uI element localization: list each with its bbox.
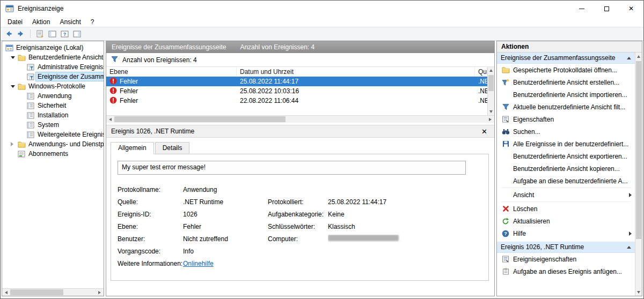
action-attach-task-to-view[interactable]: Aufgabe an diese benutzerdefinierte A...	[497, 175, 635, 187]
event-row-1[interactable]: Fehler 25.08.2022 11:44:17 .NET R	[106, 77, 487, 86]
scroll-left-icon[interactable]	[2, 289, 10, 296]
tree-item-label: Administrative Ereignisse	[36, 63, 104, 71]
tree-item-ereignisse-der-zusammenfassungsseite[interactable]: Ereignisse der Zusammer	[2, 72, 104, 81]
action-hilfe[interactable]: ? Hilfe	[497, 227, 635, 240]
action-eigenschaften[interactable]: Eigenschaften	[497, 113, 635, 125]
event-datetime: 25.08.2022 11:44:17	[240, 78, 298, 85]
tree-horizontal-scrollbar[interactable]	[2, 288, 104, 296]
event-log-icon	[27, 122, 36, 129]
event-row-2[interactable]: Fehler 25.08.2022 10:03:16 .NET R	[106, 86, 487, 96]
action-suchen[interactable]: Suchen...	[497, 125, 635, 138]
tree-item-benutzerdefinierte-ansichten[interactable]: Benutzerdefinierte Ansichten	[2, 53, 104, 62]
properties-icon	[501, 116, 510, 123]
column-header-ebene[interactable]: Ebene	[106, 67, 237, 76]
action-import-custom-view[interactable]: Benutzerdefinierte Ansicht importieren..…	[497, 88, 635, 101]
toolbar-separator	[30, 29, 31, 38]
expand-arrow-icon[interactable]	[11, 56, 18, 59]
show-action-pane-icon[interactable]	[72, 29, 82, 39]
action-copy-custom-view[interactable]: Benutzerdefinierte Ansicht kopieren...	[497, 162, 635, 175]
action-open-saved-log[interactable]: Gespeicherte Protokolldatei öffnen...	[497, 64, 635, 76]
scrollbar-thumb[interactable]	[636, 61, 641, 239]
tree-item-label: System	[36, 121, 61, 129]
error-icon	[109, 96, 117, 106]
menu-hilfe[interactable]: ?	[86, 17, 99, 27]
maximize-icon	[604, 6, 609, 11]
tab-details[interactable]: Details	[155, 142, 190, 154]
tree-item-windows-protokolle[interactable]: Windows-Protokolle	[2, 81, 104, 91]
forward-icon[interactable]	[16, 29, 26, 39]
filter-funnel-icon	[111, 56, 118, 64]
events-horizontal-scrollbar[interactable]	[106, 115, 494, 123]
tree-item-system[interactable]: System	[2, 120, 104, 130]
column-header-datum[interactable]: Datum und Uhrzeit	[237, 67, 475, 76]
filter-text: Anzahl von Ereignissen: 4	[122, 56, 197, 64]
close-icon: ✕	[628, 5, 634, 12]
event-message-box[interactable]: My super test error message!	[118, 161, 466, 175]
field-label: Weitere Informationen:	[118, 260, 183, 267]
export-list-icon[interactable]	[35, 29, 45, 39]
console-tree: Ereignisanzeige (Lokal) Benutzerdefinier…	[2, 41, 104, 159]
action-save-all-events[interactable]: Alle Ereignisse in der benutzerdefiniert…	[497, 138, 635, 150]
tree-item-anwendungs-und-dienstprotokolle[interactable]: Anwendungs- und Dienstpro	[2, 139, 104, 149]
tree-item-root[interactable]: Ereignisanzeige (Lokal)	[2, 43, 104, 53]
tree-item-sicherheit[interactable]: Sicherheit	[2, 101, 104, 110]
scroll-down-icon[interactable]	[635, 288, 642, 296]
event-viewer-window: { "window": { "title": "Ereignisanzeige"…	[0, 0, 644, 299]
show-console-tree-icon[interactable]	[47, 29, 57, 39]
scroll-right-icon[interactable]	[486, 116, 494, 123]
action-ansicht[interactable]: Ansicht	[497, 189, 635, 201]
back-icon[interactable]	[4, 29, 13, 39]
expand-arrow-icon[interactable]	[11, 85, 18, 88]
tab-allgemein[interactable]: Allgemein	[111, 142, 154, 154]
action-filter-custom-view[interactable]: Aktuelle benutzerdefinierte Ansicht filt…	[497, 101, 635, 113]
tree-item-installation[interactable]: Installation	[2, 110, 104, 120]
event-log-icon	[27, 102, 36, 109]
scroll-left-icon[interactable]	[106, 116, 114, 123]
expand-arrow-icon[interactable]	[11, 142, 18, 146]
help-icon[interactable]: ?	[60, 29, 69, 39]
close-detail-icon[interactable]: ✕	[479, 128, 489, 136]
toolbar: ?	[1, 27, 643, 41]
menu-aktion[interactable]: Aktion	[27, 17, 55, 27]
event-log-icon	[27, 93, 36, 100]
minimize-button[interactable]	[569, 1, 594, 17]
collapse-section-icon[interactable]	[627, 246, 631, 249]
actions-list: Ereignisse der Zusammenfassungsseite Ges…	[497, 53, 635, 296]
maximize-button[interactable]	[594, 1, 619, 17]
event-source: .NET R	[478, 87, 487, 95]
close-button[interactable]: ✕	[619, 1, 643, 17]
menu-datei[interactable]: Datei	[3, 17, 27, 27]
tree-item-administrative-ereignisse[interactable]: Administrative Ereignisse	[2, 62, 104, 72]
actions-vertical-scrollbar[interactable]	[635, 53, 642, 296]
scroll-up-icon[interactable]	[635, 53, 642, 60]
scroll-right-icon[interactable]	[96, 289, 104, 296]
event-row-3[interactable]: Fehler 22.08.2022 11:06:44 .NET R	[106, 96, 487, 106]
field-value: .NET Runtime	[183, 198, 268, 206]
action-create-custom-view[interactable]: Benutzerdefinierte Ansicht erstellen...	[497, 76, 635, 88]
events-pane-title: Ereignisse der Zusammenfassungsseite	[112, 43, 226, 51]
action-export-custom-view[interactable]: Benutzerdefinierte Ansicht exportieren..…	[497, 150, 635, 162]
refresh-icon	[501, 218, 510, 225]
scroll-up-icon[interactable]	[488, 67, 495, 74]
actions-section-header-custom-view[interactable]: Ereignisse der Zusammenfassungsseite	[497, 53, 635, 64]
event-level: Fehler	[120, 87, 138, 95]
events-vertical-scrollbar[interactable]	[487, 67, 494, 115]
detail-tab-content: My super test error message! Protokollna…	[111, 154, 489, 281]
column-header-quelle[interactable]: Quelle	[475, 67, 487, 76]
onlinehilfe-link[interactable]: Onlinehilfe	[183, 260, 268, 267]
scrollbar-thumb[interactable]	[10, 289, 63, 295]
tree-item-anwendung[interactable]: Anwendung	[2, 91, 104, 101]
scrollbar-thumb[interactable]	[488, 75, 494, 91]
tree-item-abonnements[interactable]: Abonnements	[2, 149, 104, 159]
action-event-properties[interactable]: Ereigniseigenschaften	[497, 253, 635, 265]
action-attach-task-to-event[interactable]: Aufgabe an dieses Ereignis anfügen...	[497, 265, 635, 278]
menu-ansicht[interactable]: Ansicht	[55, 17, 85, 27]
actions-section-header-event[interactable]: Ereignis 1026, .NET Runtime	[497, 242, 635, 253]
field-value: Fehler	[183, 223, 268, 230]
tree-item-weitergeleitete-ereignisse[interactable]: Weitergeleitete Ereignisse	[2, 130, 104, 139]
scrollbar-thumb[interactable]	[114, 116, 286, 122]
action-aktualisieren[interactable]: Aktualisieren	[497, 215, 635, 227]
scroll-down-icon[interactable]	[488, 108, 495, 115]
action-loeschen[interactable]: Löschen	[497, 203, 635, 215]
collapse-section-icon[interactable]	[627, 57, 631, 59]
